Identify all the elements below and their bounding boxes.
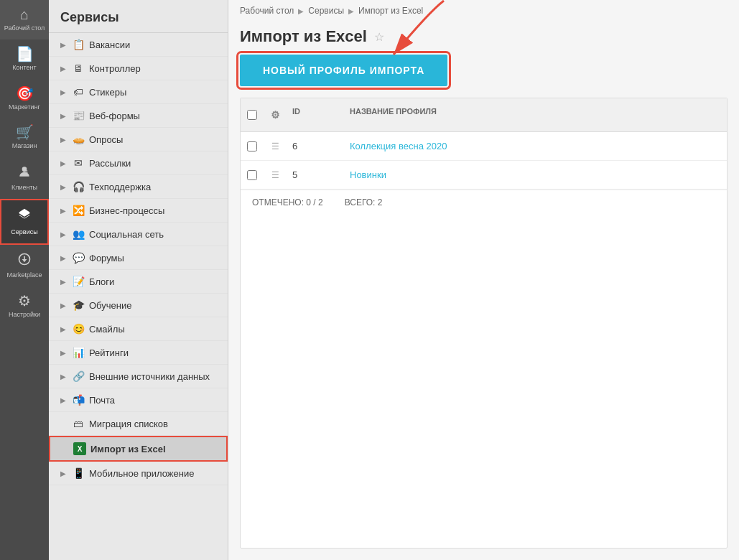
nav-item-marketing[interactable]: 🎯 Маркетинг — [0, 79, 49, 118]
sidebar-item-learning[interactable]: ▶ 🎓 Обучение — [49, 294, 228, 317]
learning-icon: 🎓 — [72, 299, 85, 312]
row1-menu-cell[interactable]: ☰ — [264, 136, 287, 157]
row1-name[interactable]: Коллекция весна 2020 — [344, 135, 727, 157]
arrow-icon: ▶ — [60, 230, 68, 238]
sidebar-label-excel: Импорт из Excel — [90, 444, 166, 454]
nav-label-marketing: Маркетинг — [9, 103, 40, 111]
sidebar-item-ratings[interactable]: ▶ 📊 Рейтинги — [49, 341, 228, 365]
row1-checkbox-cell[interactable] — [241, 136, 264, 157]
action-area: НОВЫЙ ПРОФИЛЬ ИМПОРТА — [228, 55, 739, 98]
vacancies-icon: 📋 — [72, 38, 85, 51]
marketing-icon: 🎯 — [16, 86, 34, 101]
sidebar-item-smileys[interactable]: ▶ 😊 Смайлы — [49, 317, 228, 341]
select-all-checkbox[interactable] — [247, 110, 257, 120]
sidebar-item-social[interactable]: ▶ 👥 Социальная сеть — [49, 223, 228, 246]
arrow-icon: ▶ — [60, 396, 68, 404]
services-icon — [17, 207, 32, 225]
row2-checkbox[interactable] — [247, 170, 257, 180]
sidebar-item-webforms[interactable]: ▶ 📰 Веб-формы — [49, 104, 228, 128]
main-content: Рабочий стол ▶ Сервисы ▶ Импорт из Excel… — [228, 0, 739, 560]
sidebar-item-vacancies[interactable]: ▶ 📋 Вакансии — [49, 33, 228, 57]
marked-count: ОТМЕЧЕНО: 0 / 2 — [252, 197, 323, 207]
migration-icon: 🗃 — [72, 417, 85, 430]
profiles-table: ⚙ ID НАЗВАНИЕ ПРОФИЛЯ ☰ 6 Коллекция весн… — [240, 98, 728, 549]
sidebar-label-mail: Почта — [89, 395, 115, 406]
breadcrumb-desktop[interactable]: Рабочий стол — [240, 6, 294, 16]
nav-label-content: Контент — [12, 64, 36, 72]
sidebar-label-mobile: Мобильное приложение — [89, 468, 194, 479]
breadcrumb-sep-1: ▶ — [298, 7, 304, 15]
sidebar-label-learning: Обучение — [89, 300, 131, 311]
sidebar-label-bizprocess: Бизнес-процессы — [89, 205, 164, 216]
sidebar-item-mailings[interactable]: ▶ ✉ Рассылки — [49, 151, 228, 175]
nav-item-clients[interactable]: 24 Клиенты — [0, 157, 49, 199]
hamburger-icon: ☰ — [271, 141, 279, 151]
breadcrumb-services[interactable]: Сервисы — [308, 6, 344, 16]
arrow-icon: ▶ — [60, 112, 68, 120]
stickers-icon: 🏷 — [72, 85, 85, 98]
header-profile-name: НАЗВАНИЕ ПРОФИЛЯ — [344, 104, 727, 126]
breadcrumb: Рабочий стол ▶ Сервисы ▶ Импорт из Excel — [228, 0, 739, 22]
header-gear-cell[interactable]: ⚙ — [264, 104, 287, 126]
nav-label-desktop: Рабочий стол — [4, 24, 45, 32]
arrow-icon: ▶ — [60, 349, 68, 357]
nav-label-services: Сервисы — [11, 228, 37, 236]
svg-text:24: 24 — [23, 170, 29, 175]
arrow-icon: ▶ — [60, 41, 68, 49]
nav-item-settings[interactable]: ⚙ Настройки — [0, 286, 49, 326]
mailings-icon: ✉ — [72, 157, 85, 169]
sidebar-item-support[interactable]: ▶ 🎧 Техподдержка — [49, 175, 228, 199]
arrow-icon: ▶ — [60, 136, 68, 144]
row2-name[interactable]: Новинки — [344, 164, 727, 186]
sidebar-item-external[interactable]: ▶ 🔗 Внешние источники данных — [49, 365, 228, 388]
row2-checkbox-cell[interactable] — [241, 164, 264, 186]
sidebar-item-migration[interactable]: ▶ 🗃 Миграция списков — [49, 412, 228, 436]
sidebar-label-forums: Форумы — [89, 253, 124, 263]
nav-item-shop[interactable]: 🛒 Магазин — [0, 118, 49, 157]
marketplace-icon — [17, 252, 32, 269]
nav-item-desktop[interactable]: ⌂ Рабочий стол — [0, 0, 49, 39]
mail-icon: 📬 — [72, 393, 85, 406]
sidebar-item-mobile[interactable]: ▶ 📱 Мобильное приложение — [49, 462, 228, 485]
sidebar-item-excel[interactable]: ▶ X Импорт из Excel — [49, 436, 228, 462]
sidebar-label-controller: Контроллер — [89, 63, 141, 74]
sidebar-item-forums[interactable]: ▶ 💬 Форумы — [49, 246, 228, 270]
icon-nav: ⌂ Рабочий стол 📄 Контент 🎯 Маркетинг 🛒 М… — [0, 0, 49, 560]
sidebar-label-social: Социальная сеть — [89, 229, 164, 240]
nav-label-shop: Магазин — [12, 142, 37, 150]
breadcrumb-excel: Импорт из Excel — [358, 6, 423, 16]
header-id: ID — [287, 104, 344, 126]
nav-item-marketplace[interactable]: Marketplace — [0, 245, 49, 286]
arrow-icon: ▶ — [60, 65, 68, 73]
sidebar-title: Сервисы — [49, 0, 228, 33]
webforms-icon: 📰 — [72, 109, 85, 122]
favorite-star-icon[interactable]: ☆ — [374, 30, 384, 44]
sidebar-item-controller[interactable]: ▶ 🖥 Контроллер — [49, 57, 228, 80]
table-row: ☰ 6 Коллекция весна 2020 — [241, 132, 727, 161]
sidebar-item-bizprocess[interactable]: ▶ 🔀 Бизнес-процессы — [49, 199, 228, 223]
nav-label-marketplace: Marketplace — [6, 271, 42, 279]
new-profile-button[interactable]: НОВЫЙ ПРОФИЛЬ ИМПОРТА — [240, 55, 447, 86]
row1-id: 6 — [287, 135, 344, 157]
nav-item-services[interactable]: Сервисы — [0, 199, 49, 245]
table-row: ☰ 5 Новинки — [241, 161, 727, 190]
shop-icon: 🛒 — [16, 125, 34, 139]
sidebar-item-blogs[interactable]: ▶ 📝 Блоги — [49, 270, 228, 294]
sidebar-item-mail[interactable]: ▶ 📬 Почта — [49, 388, 228, 412]
support-icon: 🎧 — [72, 180, 85, 193]
header-checkbox-cell[interactable] — [241, 104, 264, 126]
row2-menu-cell[interactable]: ☰ — [264, 164, 287, 186]
arrow-icon: ▶ — [60, 159, 68, 167]
arrow-icon: ▶ — [60, 183, 68, 191]
page-title: Импорт из Excel — [240, 27, 367, 46]
sidebar-item-surveys[interactable]: ▶ 🥧 Опросы — [49, 128, 228, 151]
nav-item-content[interactable]: 📄 Контент — [0, 39, 49, 79]
desktop-icon: ⌂ — [20, 7, 29, 22]
arrow-icon: ▶ — [60, 470, 68, 477]
sidebar-item-stickers[interactable]: ▶ 🏷 Стикеры — [49, 80, 228, 104]
row1-checkbox[interactable] — [247, 141, 257, 151]
ratings-icon: 📊 — [72, 346, 85, 359]
total-count: ВСЕГО: 2 — [345, 197, 383, 207]
arrow-icon: ▶ — [60, 207, 68, 215]
surveys-icon: 🥧 — [72, 133, 85, 146]
